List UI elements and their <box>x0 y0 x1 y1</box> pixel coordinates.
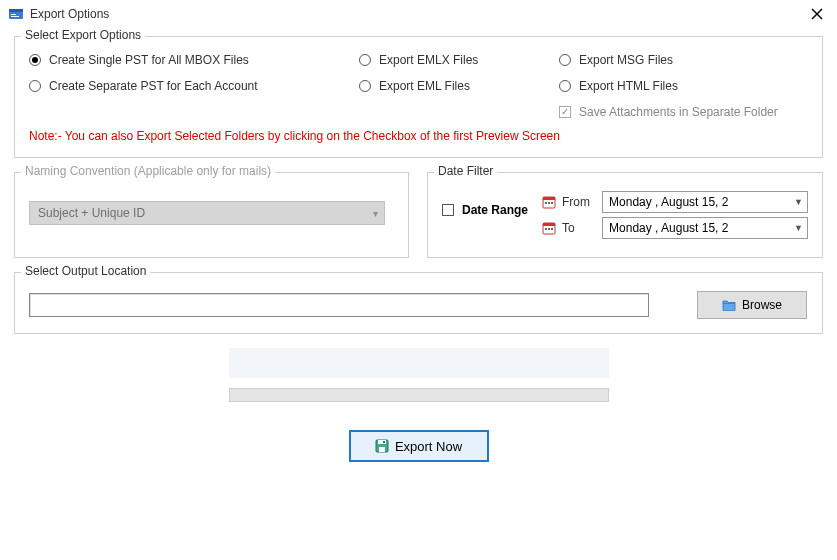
date-filter-group: Date Filter Date Range From Monday , Aug… <box>427 172 823 258</box>
date-to-label: To <box>562 221 602 235</box>
date-from-value: Monday , August 15, 2 <box>609 195 728 209</box>
export-now-button[interactable]: Export Now <box>349 430 489 462</box>
radio-icon <box>559 80 571 92</box>
radio-emlx[interactable]: Export EMLX Files <box>359 53 559 67</box>
radio-icon <box>359 80 371 92</box>
radio-single-pst[interactable]: Create Single PST for All MBOX Files <box>29 53 359 67</box>
radio-msg[interactable]: Export MSG Files <box>559 53 759 67</box>
radio-icon <box>359 54 371 66</box>
svg-rect-15 <box>551 228 553 230</box>
export-options-radios: Create Single PST for All MBOX Files Exp… <box>29 47 808 99</box>
svg-rect-19 <box>383 441 385 443</box>
svg-rect-2 <box>11 14 16 15</box>
date-filter-legend: Date Filter <box>434 164 497 178</box>
date-from-label: From <box>562 195 602 209</box>
save-icon <box>375 439 389 453</box>
export-now-label: Export Now <box>395 439 462 454</box>
radio-separate-pst[interactable]: Create Separate PST for Each Account <box>29 79 359 93</box>
date-to-picker[interactable]: Monday , August 15, 2 ▼ <box>602 217 808 239</box>
status-text-box <box>229 348 609 378</box>
checkbox-label: Save Attachments in Separate Folder <box>579 105 778 119</box>
svg-rect-8 <box>545 202 547 204</box>
title-bar: Export Options <box>0 0 837 28</box>
output-location-group: Select Output Location Browse <box>14 272 823 334</box>
svg-rect-14 <box>548 228 550 230</box>
radio-icon <box>29 80 41 92</box>
radio-html[interactable]: Export HTML Files <box>559 79 759 93</box>
radio-eml[interactable]: Export EML Files <box>359 79 559 93</box>
checkbox-icon <box>442 204 454 216</box>
svg-rect-12 <box>543 223 555 226</box>
svg-rect-1 <box>9 9 23 12</box>
output-path-input[interactable] <box>29 293 649 317</box>
radio-label: Export EML Files <box>379 79 470 93</box>
calendar-icon <box>542 195 556 209</box>
export-options-group: Select Export Options Create Single PST … <box>14 36 823 158</box>
window-client: Select Export Options Create Single PST … <box>0 28 837 462</box>
output-location-legend: Select Output Location <box>21 264 150 278</box>
checkbox-icon <box>559 106 571 118</box>
folder-icon <box>722 299 736 311</box>
middle-row: Naming Convention (Applicable only for m… <box>14 172 823 272</box>
export-options-note: Note:- You can also Export Selected Fold… <box>29 129 808 143</box>
svg-rect-9 <box>548 202 550 204</box>
svg-rect-3 <box>11 16 19 17</box>
radio-label: Create Single PST for All MBOX Files <box>49 53 249 67</box>
radio-label: Export EMLX Files <box>379 53 478 67</box>
radio-label: Export MSG Files <box>579 53 673 67</box>
window-title: Export Options <box>30 7 109 21</box>
naming-convention-legend: Naming Convention (Applicable only for m… <box>21 164 275 178</box>
export-options-legend: Select Export Options <box>21 28 145 42</box>
date-to-value: Monday , August 15, 2 <box>609 221 728 235</box>
save-attachments-checkbox: Save Attachments in Separate Folder <box>559 105 808 119</box>
radio-label: Export HTML Files <box>579 79 678 93</box>
progress-area <box>14 348 823 402</box>
progress-bar <box>229 388 609 402</box>
browse-button-label: Browse <box>742 298 782 312</box>
chevron-down-icon: ▼ <box>794 197 803 207</box>
calendar-icon <box>542 221 556 235</box>
naming-convention-select: Subject + Unique ID ▾ <box>29 201 385 225</box>
radio-icon <box>29 54 41 66</box>
app-icon <box>8 6 24 22</box>
chevron-down-icon: ▼ <box>794 223 803 233</box>
svg-rect-18 <box>379 447 385 452</box>
chevron-down-icon: ▾ <box>373 208 378 219</box>
close-button[interactable] <box>805 2 829 26</box>
radio-label: Create Separate PST for Each Account <box>49 79 258 93</box>
naming-convention-group: Naming Convention (Applicable only for m… <box>14 172 409 258</box>
svg-rect-13 <box>545 228 547 230</box>
date-from-picker[interactable]: Monday , August 15, 2 ▼ <box>602 191 808 213</box>
svg-rect-10 <box>551 202 553 204</box>
date-range-checkbox[interactable]: Date Range <box>442 203 528 217</box>
date-range-label: Date Range <box>462 203 528 217</box>
svg-rect-7 <box>543 197 555 200</box>
naming-convention-value: Subject + Unique ID <box>38 206 145 220</box>
browse-button[interactable]: Browse <box>697 291 807 319</box>
radio-icon <box>559 54 571 66</box>
